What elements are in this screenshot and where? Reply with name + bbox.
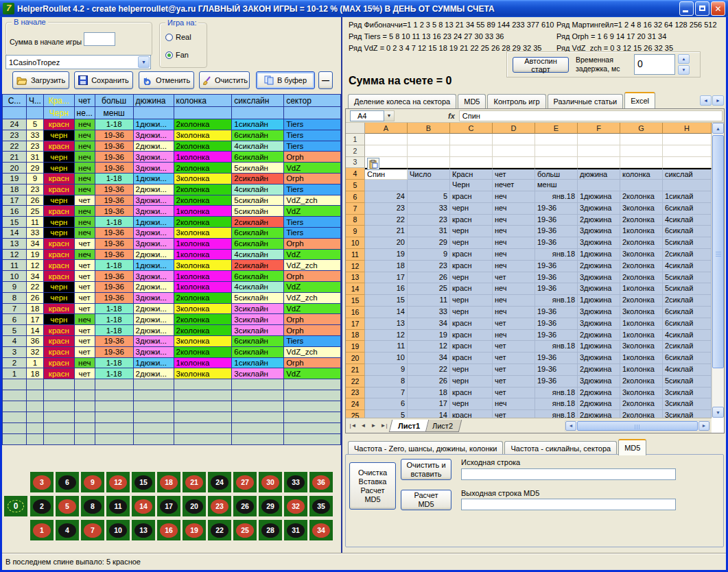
excel-row-header-22[interactable]: 22 (346, 376, 365, 388)
excel-cell[interactable]: 5сиклай (663, 272, 712, 284)
board-cell-6[interactable]: 6 (56, 472, 79, 492)
excel-column-header-F[interactable]: F (578, 123, 620, 134)
excel-row-header-17[interactable]: 17 (346, 318, 365, 330)
excel-cell[interactable]: 20 (365, 237, 408, 249)
excel-cell[interactable]: 23 (408, 215, 450, 226)
excel-cell[interactable]: дюжина (578, 168, 620, 180)
excel-column-header-E[interactable]: E (535, 123, 578, 134)
excel-cell[interactable]: черн (450, 376, 493, 388)
excel-cell[interactable]: 2сиклай (663, 249, 712, 261)
excel-row-header-16[interactable]: 16 (346, 307, 365, 318)
excel-cell[interactable] (493, 145, 535, 157)
excel-cell[interactable]: 29 (408, 237, 450, 249)
excel-row-header-21[interactable]: 21 (346, 364, 365, 376)
excel-cell[interactable]: 4сиклай (663, 261, 712, 272)
excel-select-all-corner[interactable] (346, 123, 365, 134)
excel-cell[interactable]: неч (493, 191, 535, 203)
excel-cell[interactable]: 3сиклай (663, 388, 712, 399)
excel-cell[interactable]: 3дюжина (578, 353, 620, 364)
excel-cell[interactable]: 16 (365, 283, 408, 295)
tabs-scroll-left-button[interactable]: ◄ (700, 95, 712, 106)
excel-cell[interactable]: чет (493, 341, 535, 353)
excel-cell[interactable]: 11 (408, 295, 450, 307)
excel-cell[interactable]: 3колонка (620, 341, 663, 353)
name-box-dropdown-button[interactable]: ▼ (384, 110, 395, 121)
excel-cell[interactable]: красн (450, 353, 493, 364)
excel-cell[interactable]: 1дюжина (578, 249, 620, 261)
excel-row-header-12[interactable]: 12 (346, 261, 365, 272)
board-cell-34[interactable]: 34 (309, 520, 333, 540)
board-cell-7[interactable]: 7 (81, 520, 104, 540)
excel-cell[interactable]: 21 (365, 226, 408, 237)
excel-cell[interactable]: 19-36 (535, 364, 578, 376)
excel-cell[interactable]: неч (493, 203, 535, 215)
maximize-button[interactable] (695, 1, 709, 16)
excel-cell[interactable]: 24 (365, 191, 408, 203)
excel-cell[interactable] (535, 157, 578, 169)
excel-cell[interactable] (578, 134, 620, 145)
excel-cell[interactable]: 19-36 (535, 272, 578, 284)
excel-cell[interactable]: 9 (408, 249, 450, 261)
excel-cell[interactable]: 2колонка (620, 398, 663, 410)
board-cell-10[interactable]: 10 (106, 520, 130, 540)
excel-cell[interactable]: 5сиклай (663, 376, 712, 388)
excel-cell[interactable] (365, 145, 408, 157)
excel-cell[interactable]: янв.18 (535, 191, 578, 203)
excel-cell[interactable]: 3сиклай (663, 398, 712, 410)
close-button[interactable]: ✕ (711, 1, 725, 16)
board-cell-4[interactable]: 4 (56, 520, 79, 540)
excel-column-header-H[interactable]: H (663, 123, 712, 134)
board-cell-zero[interactable]: 0 (4, 496, 27, 516)
excel-column-header-A[interactable]: A (365, 123, 408, 134)
excel-cell[interactable]: менш (535, 180, 578, 191)
scroll-down-button[interactable]: ▼ (712, 407, 724, 418)
excel-cell[interactable]: красн (450, 191, 493, 203)
excel-cell[interactable]: 19 (365, 249, 408, 261)
board-cell-23[interactable]: 23 (208, 496, 231, 516)
board-cell-24[interactable]: 24 (208, 472, 231, 492)
md5-clear-paste-button[interactable]: Очистить и вставить (401, 459, 451, 480)
excel-cell[interactable]: черн (450, 295, 493, 307)
excel-cell[interactable]: 2сиклай (663, 341, 712, 353)
excel-cell[interactable]: 31 (408, 226, 450, 237)
board-cell-14[interactable]: 14 (132, 496, 155, 516)
excel-cell[interactable]: неч (493, 283, 535, 295)
excel-cell[interactable]: 19-36 (535, 237, 578, 249)
excel-cell[interactable]: 6сиклай (663, 226, 712, 237)
excel-cell[interactable]: 3дюжина (578, 237, 620, 249)
excel-cell[interactable]: 6сиклай (663, 318, 712, 330)
board-cell-9[interactable]: 9 (81, 472, 104, 492)
scroll-right-button[interactable]: ► (698, 421, 709, 431)
last-sheet-button[interactable]: ►| (379, 420, 389, 431)
excel-column-header-C[interactable]: C (450, 123, 493, 134)
excel-cell[interactable]: колонка (620, 168, 663, 180)
excel-column-header-B[interactable]: B (408, 123, 450, 134)
clear-button[interactable]: Очистить (199, 71, 250, 89)
excel-cell[interactable]: 10 (365, 353, 408, 364)
excel-cell[interactable]: черн (450, 237, 493, 249)
excel-cell[interactable] (450, 145, 493, 157)
board-cell-27[interactable]: 27 (233, 472, 257, 492)
excel-cell[interactable]: 23 (365, 203, 408, 215)
excel-row-header-6[interactable]: 6 (346, 191, 365, 203)
excel-cell[interactable]: чет (493, 318, 535, 330)
excel-cell[interactable]: 2дюжина (578, 364, 620, 376)
excel-cell[interactable]: 19-36 (535, 330, 578, 342)
excel-cell[interactable]: неч (493, 237, 535, 249)
excel-cell[interactable]: 2сиклай (663, 295, 712, 307)
excel-cell[interactable]: 2колонка (620, 215, 663, 226)
board-cell-28[interactable]: 28 (259, 520, 282, 540)
excel-cell[interactable]: Число (408, 168, 450, 180)
excel-cell[interactable] (408, 145, 450, 157)
excel-row-header-14[interactable]: 14 (346, 283, 365, 295)
excel-row-header-2[interactable]: 2 (346, 145, 365, 157)
paste-options-button[interactable] (367, 158, 379, 170)
excel-cell[interactable]: 3дюжина (578, 283, 620, 295)
sheet-tab-лист2[interactable]: Лист2 (423, 420, 462, 432)
excel-cell[interactable]: 5сиклай (663, 283, 712, 295)
excel-cell[interactable]: 19-36 (535, 307, 578, 318)
board-cell-15[interactable]: 15 (132, 472, 155, 492)
excel-cell[interactable]: красн (450, 215, 493, 226)
delay-value-field[interactable]: 0 (634, 54, 675, 75)
excel-cell[interactable] (663, 145, 712, 157)
